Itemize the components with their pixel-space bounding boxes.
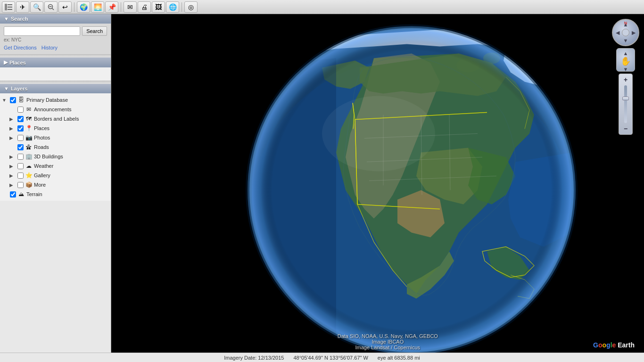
- layer-checkbox-announcements[interactable]: [17, 107, 24, 113]
- compass[interactable]: N ▲ ◀ ▶ ▼: [612, 19, 639, 46]
- layer-item-terrain[interactable]: ⛰Terrain: [0, 189, 111, 199]
- layer-expand-primary-db[interactable]: ▼: [2, 98, 8, 103]
- layer-expand-gallery[interactable]: ▶: [9, 173, 16, 178]
- layer-label-weather: Weather: [34, 163, 53, 169]
- layer-checkbox-more[interactable]: [17, 182, 24, 188]
- zoom-in-button[interactable]: +: [620, 75, 631, 84]
- main-area: ▼ Search Search ex: NYC Get Directions H…: [0, 14, 644, 353]
- zoom-out-btn[interactable]: [44, 1, 58, 13]
- layer-item-3d-buildings[interactable]: ▶🏢3D Buildings: [0, 152, 111, 161]
- tilt-up[interactable]: ▲: [623, 50, 628, 56]
- layer-label-primary-db: Primary Database: [26, 97, 68, 103]
- layer-expand-places[interactable]: ▶: [9, 126, 16, 131]
- layer-item-roads[interactable]: 🛣Roads: [0, 142, 111, 152]
- sidebar-toggle-btn[interactable]: [2, 1, 15, 13]
- compass-down[interactable]: ▼: [622, 37, 629, 44]
- layer-checkbox-borders[interactable]: [17, 116, 24, 122]
- compass-right[interactable]: ▶: [630, 29, 637, 36]
- search-body: Search ex: NYC Get Directions History: [0, 24, 111, 54]
- layer-label-3d-buildings: 3D Buildings: [34, 154, 63, 159]
- search-input[interactable]: [4, 26, 80, 36]
- google-earth-logo: Google Earth: [593, 341, 635, 349]
- atmosphere-btn[interactable]: ◎: [184, 1, 198, 13]
- placemark-btn[interactable]: 📌: [105, 1, 118, 13]
- search-header[interactable]: ▼ Search: [0, 14, 111, 24]
- layer-expand-3d-buildings[interactable]: ▶: [9, 154, 16, 159]
- layer-item-primary-db[interactable]: ▼🗄Primary Database: [0, 95, 111, 105]
- layer-icon-borders: 🗺: [25, 115, 33, 123]
- layer-label-more: More: [34, 182, 46, 188]
- imagery-date: Imagery Date: 12/13/2015: [224, 355, 284, 361]
- print-btn[interactable]: 🖨: [138, 1, 151, 13]
- layer-item-gallery[interactable]: ▶⭐Gallery: [0, 171, 111, 180]
- layer-icon-weather: ☁: [25, 162, 33, 170]
- layer-icon-more: 📦: [25, 181, 33, 189]
- zoom-slider-thumb[interactable]: [622, 97, 629, 100]
- layer-item-borders[interactable]: ▶🗺Borders and Labels: [0, 114, 111, 123]
- undo-btn[interactable]: ↩: [58, 1, 72, 13]
- layer-icon-roads: 🛣: [25, 143, 33, 151]
- get-directions-link[interactable]: Get Directions: [4, 45, 37, 50]
- layer-checkbox-photos[interactable]: [17, 135, 24, 141]
- layer-expand-more[interactable]: ▶: [9, 182, 16, 188]
- sep1: [74, 2, 74, 12]
- search-hint: ex: NYC: [4, 36, 107, 44]
- tilt-icon[interactable]: ✋: [620, 56, 631, 66]
- layer-checkbox-places[interactable]: [17, 125, 24, 132]
- layer-item-announcements[interactable]: ✉Announcements: [0, 105, 111, 114]
- tilt-control[interactable]: ▲ ✋ ▼: [616, 48, 635, 72]
- zoom-out-button[interactable]: −: [620, 124, 631, 133]
- status-bar: Imagery Date: 12/13/2015 48°05'44.69" N …: [0, 353, 644, 362]
- svg-rect-0: [5, 4, 7, 10]
- layers-body: ▼🗄Primary Database✉Announcements▶🗺Border…: [0, 93, 111, 201]
- zoom-in-btn[interactable]: 🔍: [30, 1, 43, 13]
- layer-item-places[interactable]: ▶📍Places: [0, 123, 111, 133]
- layers-arrow: ▼: [4, 86, 9, 91]
- layer-item-photos[interactable]: ▶📷Photos: [0, 133, 111, 142]
- email-btn[interactable]: ✉: [124, 1, 137, 13]
- layers-title: Layers: [11, 86, 27, 91]
- layer-checkbox-roads[interactable]: [17, 144, 24, 150]
- layer-icon-gallery: ⭐: [25, 172, 33, 179]
- history-link[interactable]: History: [41, 45, 58, 50]
- map-area[interactable]: Data SIO, NOAA, U.S. Navy, NGA, GEBCO Im…: [111, 14, 644, 353]
- search-input-row: Search: [4, 26, 107, 36]
- left-panel: ▼ Search Search ex: NYC Get Directions H…: [0, 14, 111, 353]
- layer-item-more[interactable]: ▶📦More: [0, 180, 111, 189]
- layer-expand-borders[interactable]: ▶: [9, 116, 16, 122]
- tilt-down[interactable]: ▼: [623, 66, 628, 72]
- svg-rect-1: [8, 4, 12, 5]
- svg-line-5: [52, 8, 54, 10]
- layer-checkbox-gallery[interactable]: [17, 173, 24, 179]
- sky-btn[interactable]: 🌅: [91, 1, 104, 13]
- compass-north-label: N: [624, 21, 627, 25]
- layer-icon-announcements: ✉: [25, 106, 33, 113]
- layer-item-weather[interactable]: ▶☁Weather: [0, 161, 111, 171]
- zoom-slider-track[interactable]: [624, 85, 627, 123]
- search-button[interactable]: Search: [82, 26, 107, 36]
- places-body: [0, 67, 111, 81]
- layer-icon-photos: 📷: [25, 134, 33, 141]
- layer-checkbox-weather[interactable]: [17, 163, 24, 169]
- layer-icon-primary-db: 🗄: [17, 96, 25, 104]
- compass-center[interactable]: [622, 29, 629, 36]
- layer-expand-photos[interactable]: ▶: [9, 135, 16, 140]
- layer-icon-places: 📍: [25, 124, 33, 132]
- layer-checkbox-3d-buildings[interactable]: [17, 154, 24, 160]
- places-section: ▶ Places: [0, 58, 111, 81]
- compass-left[interactable]: ◀: [614, 29, 621, 36]
- layers-header[interactable]: ▼ Layers: [0, 84, 111, 93]
- zoom-control: + −: [619, 74, 633, 135]
- layer-expand-weather[interactable]: ▶: [9, 164, 16, 169]
- layer-label-gallery: Gallery: [34, 173, 50, 178]
- fly-to-btn[interactable]: ✈: [16, 1, 29, 13]
- layer-label-announcements: Announcements: [34, 107, 72, 112]
- search-links: Get Directions History: [4, 44, 107, 51]
- nav-controls: N ▲ ◀ ▶ ▼ ▲ ✋ ▼: [612, 19, 639, 135]
- layer-checkbox-terrain[interactable]: [10, 191, 16, 197]
- earth-btn[interactable]: 🌍: [77, 1, 90, 13]
- network-link-btn[interactable]: 🌐: [166, 1, 179, 13]
- save-image-btn[interactable]: 🖼: [152, 1, 165, 13]
- places-header[interactable]: ▶ Places: [0, 58, 111, 67]
- layer-checkbox-primary-db[interactable]: [10, 97, 16, 103]
